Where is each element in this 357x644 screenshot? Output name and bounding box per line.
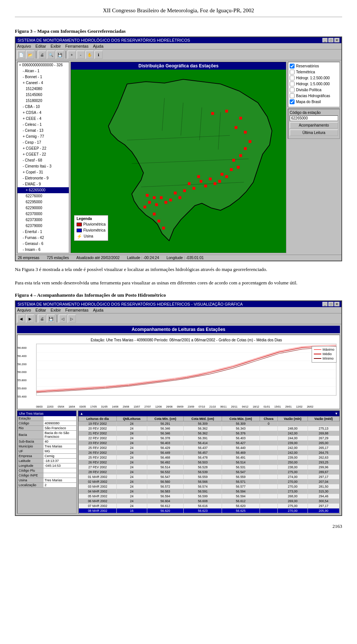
tree-eletronorte[interactable]: - Eletronorte - 9 [17,175,69,181]
svg-rect-16 [232,159,235,162]
tree-62379000[interactable]: 62379000 [17,223,69,229]
minimize-button-f4[interactable]: _ [322,302,328,306]
tree-15180020[interactable]: 15180020 [17,98,69,104]
f4-btn-1[interactable]: ◀ [17,315,25,323]
tree-chesf[interactable]: - Chesf - 68 [17,157,69,163]
legend-hidrogr2: Hidrogr. 1:5.000.000 [290,82,338,86]
legend-avg-line [314,354,321,354]
menu-ajuda[interactable]: Ajuda [93,44,103,48]
tree-62373000[interactable]: 62373000 [17,217,69,223]
readings-header-scroll: ▼ [335,412,338,415]
col-avg: Cota Méd. (cm) [184,417,222,421]
figure4-titlebar-buttons: _ □ ✕ [322,302,340,306]
legend-pluviometrica: Pluviométrica [77,222,106,226]
tree-ceee[interactable]: + CEEE - 4 [17,116,69,122]
menu-editar-f4[interactable]: Editar [35,308,46,312]
legend-bacias: Bacias Hidrográficas [290,93,338,98]
toolbar-btn-info[interactable]: ℹ [94,51,103,59]
legend-usina: ⚡ Usina [77,234,106,238]
tree-gerasul[interactable]: - Gerasul - 6 [17,241,69,247]
tree-62370000[interactable]: 62370000 [17,211,69,217]
cb-divisao[interactable] [290,87,295,92]
f4-btn-save[interactable]: 💾 [47,315,55,323]
figure4-label: Figura 4 – Acompanhamento das Informaçõe… [15,292,342,298]
maximize-button[interactable]: □ [328,38,334,42]
menu-exibir[interactable]: Exibir [51,44,61,48]
station-row-cod-inpe: Código INPE [17,473,76,478]
toolbar-btn-open[interactable]: 📂 [26,51,34,59]
tree-cdsa[interactable]: + CDSA - 4 [17,110,69,116]
minimize-button[interactable]: _ [322,38,328,42]
tree-cgeep[interactable]: + CGEEP - 22 [17,146,69,152]
reading-row: 07 MAR 20022456.61256.61656.620275,00297… [79,504,340,508]
tree-62295000[interactable]: 62295000 [17,199,69,205]
close-button[interactable]: ✕ [334,38,340,42]
station-row-bacia: Bacia Bacia do rio São Francisco [17,431,76,439]
tree-cesp[interactable]: - Cesp - 17 [17,140,69,146]
tree-root[interactable]: + 006000000000000 - 326 [17,62,69,68]
cb-hidrogr1[interactable] [290,76,295,80]
menu-ferramentas-f4[interactable]: Ferramentas [65,308,89,312]
cb-bacias[interactable] [290,93,295,98]
tree-cgeet[interactable]: + CGEET - 22 [17,152,69,157]
tree-bonnet[interactable]: - Bonnet - 1 [17,74,69,80]
tree-62265000[interactable]: + 62265000 [17,187,69,193]
reading-row: 26 FEV 20022456.44956.45756.469242,00264… [79,450,340,455]
tree-emae[interactable]: - EMAE - 9 [17,181,69,187]
toolbar-btn-save[interactable]: 💾 [56,51,64,59]
tree-cemat[interactable]: - Cemat - 13 [17,128,69,134]
status-stations: 725 estações [47,256,69,260]
tree-15145060[interactable]: 15145060 [17,92,69,98]
menu-ferramentas[interactable]: Ferramentas [65,44,89,48]
header-title: XII Congresso Brasileiro de Meteorologia… [103,7,254,13]
figure3-titlebar-buttons: _ □ ✕ [322,38,340,42]
close-button-f4[interactable]: ✕ [334,302,340,306]
tree-alcan[interactable]: - Alcan - 1 [17,68,69,74]
legend-min: Mínimo [314,357,334,360]
cb-mapa-brasil[interactable] [290,99,295,104]
menu-arquivo[interactable]: Arquivo [17,44,31,48]
figure3-toolbar: 📄 📂 🖨 🔍 💾 + - ✋ ℹ [16,50,341,60]
tree-cba[interactable]: - CBA - 10 [17,104,69,110]
svg-rect-23 [209,178,212,181]
tree-cimento[interactable]: - Cimento Itaú - 3 [17,163,69,169]
cb-reservatorios[interactable] [290,64,295,68]
menu-arquivo-f4[interactable]: Arquivo [17,308,31,312]
menu-exibir-f4[interactable]: Exibir [51,308,61,312]
menu-editar[interactable]: Editar [35,44,46,48]
menu-ajuda-f4[interactable]: Ajuda [93,308,103,312]
tree-celesc[interactable]: - Celesc - 1 [17,122,69,128]
cb-hidrogr2[interactable] [290,82,295,86]
svg-rect-34 [160,196,163,199]
tree-62290000[interactable]: 62290000 [17,205,69,211]
acompanhamento-button[interactable]: Acompanhamento [290,122,338,128]
toolbar-btn-zoom-in[interactable]: + [68,51,76,59]
toolbar-btn-hand[interactable]: ✋ [86,51,94,59]
figure4-window-title: SISTEMA DE MONITORAMENTO HIDROLÓGICO DOS… [17,302,243,306]
tree-15124080[interactable]: 15124080 [17,86,69,92]
tree-62276000[interactable]: 62276000 [17,193,69,199]
tree-copel[interactable]: + Copel - 31 [17,169,69,175]
maximize-button-f4[interactable]: □ [328,302,334,306]
legend-telemetricas: Telemétrica [290,70,338,74]
tree-furnas[interactable]: - Furnas - 42 [17,235,69,241]
svg-rect-39 [144,205,147,208]
toolbar-btn-preview[interactable]: 🔍 [47,51,55,59]
x-axis-labels: 08/03 22/03 05/04 18/04 03/05 17/05 31/0… [36,405,313,408]
reading-row: 25 FEV 20022456.46856.47856.491239,00262… [79,455,340,460]
toolbar-btn-zoom-out[interactable]: - [77,51,85,59]
readings-table-header: ▲ ▼ [78,411,340,416]
svg-rect-21 [218,180,221,183]
f4-btn-print[interactable]: 🖨 [38,315,46,323]
toolbar-btn-print[interactable]: 🖨 [38,51,46,59]
ultima-leitura-button[interactable]: Última Leitura [290,130,338,136]
tree-caneel[interactable]: + Caneel - 4 [17,80,69,86]
cb-telemetricas[interactable] [290,70,295,74]
toolbar-btn-new[interactable]: 📄 [17,51,25,59]
f4-btn-2[interactable]: ▶ [26,315,34,323]
f4-btn-prev[interactable]: ◁ [59,315,67,323]
f4-btn-next[interactable]: ▷ [68,315,76,323]
tree-cemig[interactable]: + Cemig - 77 [17,134,69,140]
tree-enertul[interactable]: - Enertul - 1 [17,229,69,235]
tree-insam[interactable]: - Insam - 6 [17,247,69,253]
